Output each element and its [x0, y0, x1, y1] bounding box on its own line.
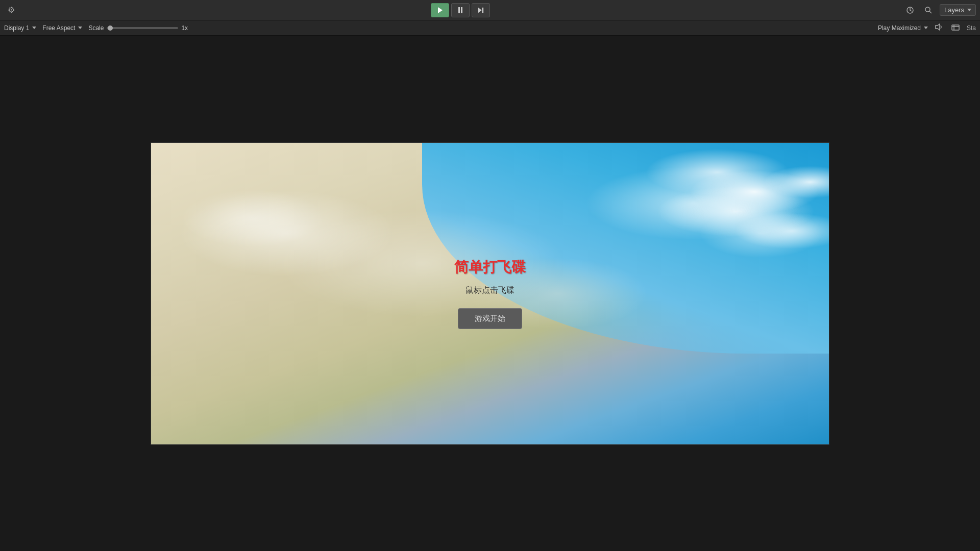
- svg-marker-0: [438, 7, 443, 13]
- play-maximized-dropdown[interactable]: Play Maximized: [878, 24, 928, 32]
- aspect-label: Free Aspect: [42, 24, 75, 32]
- secondary-toolbar: Display 1 Free Aspect Scale 1x Play Maxi…: [0, 20, 980, 36]
- game-subtitle: 鼠标点击飞碟: [465, 285, 514, 296]
- toolbar-right: Layers: [903, 3, 976, 17]
- svg-marker-8: [936, 24, 940, 30]
- search-button[interactable]: [921, 3, 936, 17]
- layers-label: Layers: [944, 6, 964, 14]
- history-button[interactable]: [903, 3, 917, 17]
- scale-label: Scale: [88, 24, 104, 32]
- main-area: 简单打飞碟 鼠标点击飞碟 游戏开始: [0, 36, 980, 551]
- layers-chevron-icon: [967, 9, 971, 11]
- svg-rect-4: [482, 7, 484, 12]
- pause-button[interactable]: [451, 3, 470, 17]
- display-chevron-icon: [32, 27, 36, 29]
- svg-rect-1: [458, 7, 460, 13]
- svg-line-7: [929, 11, 932, 13]
- svg-rect-2: [461, 7, 462, 13]
- scale-section: Scale 1x: [88, 24, 188, 32]
- aspect-dropdown[interactable]: Free Aspect: [42, 24, 82, 32]
- secondary-right: Play Maximized Sta: [878, 22, 976, 33]
- scale-slider-thumb: [108, 26, 113, 31]
- secondary-left: Display 1 Free Aspect Scale 1x: [4, 24, 188, 32]
- game-viewport[interactable]: 简单打飞碟 鼠标点击飞碟 游戏开始: [151, 142, 829, 445]
- stats-label: Sta: [967, 24, 976, 32]
- top-toolbar: ⚙: [0, 0, 980, 20]
- display-dropdown[interactable]: Display 1: [4, 24, 36, 32]
- play-maximized-chevron-icon: [924, 27, 928, 29]
- aspect-chevron-icon: [78, 27, 82, 29]
- play-button[interactable]: [431, 3, 449, 17]
- svg-marker-3: [478, 7, 482, 12]
- game-title: 简单打飞碟: [454, 258, 526, 277]
- start-game-button[interactable]: 游戏开始: [458, 308, 522, 329]
- step-button[interactable]: [472, 3, 490, 17]
- toolbar-center: [431, 3, 490, 17]
- layers-dropdown[interactable]: Layers: [940, 4, 976, 16]
- display-label: Display 1: [4, 24, 29, 32]
- play-maximized-label: Play Maximized: [878, 24, 921, 32]
- display-toggle-button[interactable]: [949, 23, 962, 33]
- toolbar-left: ⚙: [4, 3, 18, 17]
- svg-point-6: [925, 7, 930, 12]
- scale-value: 1x: [181, 24, 188, 32]
- settings-button[interactable]: ⚙: [4, 3, 18, 17]
- svg-rect-9: [952, 25, 959, 30]
- audio-button[interactable]: [933, 22, 944, 33]
- scale-slider[interactable]: [107, 27, 178, 29]
- game-ui: 简单打飞碟 鼠标点击飞碟 游戏开始: [151, 143, 829, 444]
